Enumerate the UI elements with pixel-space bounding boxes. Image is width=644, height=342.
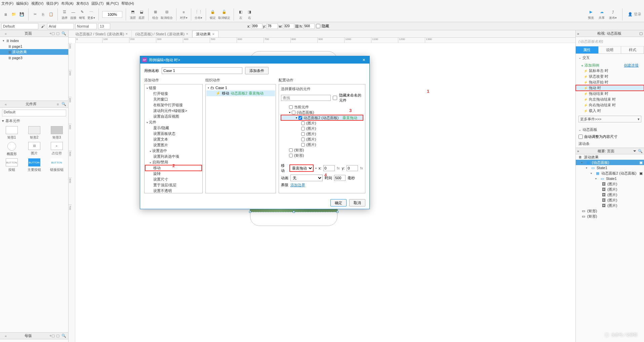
action-set-text[interactable]: 设置文本 (145, 137, 202, 142)
dialog-title: 用例编辑<拖动 时> (149, 58, 180, 63)
action-open-link[interactable]: 打开链接 (145, 91, 202, 97)
action-bring-front[interactable]: 置于顶层/底层 (145, 182, 202, 188)
chevron-down-icon: ▾ (315, 167, 317, 170)
action-show-hide[interactable]: 显示/隐藏 (145, 125, 202, 131)
bolt-icon: ⚡ (216, 91, 220, 96)
org-move-action[interactable]: ⚡ 移动 动态面板2 垂直拖动 (206, 90, 275, 96)
hide-unnamed-label: 隐藏未命名的元件 (339, 93, 363, 103)
action-set-size[interactable]: 设置尺寸 (145, 177, 202, 182)
bounds-label: 界限 (281, 183, 288, 188)
annotation-2: 2 (172, 163, 175, 168)
action-set-image[interactable]: 设置图片 (145, 142, 202, 148)
add-action-header: 添加动作 (144, 78, 203, 83)
anim-select[interactable]: 无 (290, 175, 323, 181)
action-close-window[interactable]: 关闭窗口 (145, 97, 202, 102)
action-cat-widget[interactable]: 元件 (145, 119, 202, 125)
action-cat-link[interactable]: 链接 (145, 85, 202, 91)
case-name-input[interactable] (162, 67, 242, 74)
dialog-titlebar[interactable]: RP 用例编辑<拖动 时> ✕ (140, 56, 369, 64)
annotation-3: 3 (349, 108, 352, 113)
cfg-img1[interactable]: (图片) (281, 120, 363, 126)
cfg-title: 选择要移动的元件 (281, 86, 363, 91)
app-icon: RP (142, 58, 147, 62)
move-y-input[interactable] (347, 165, 358, 171)
action-open-in-frame[interactable]: 在框架中打开链接 (145, 102, 202, 108)
logo-icon: ◯ (605, 333, 609, 337)
watermark: ◯头条号／记录馆 (605, 332, 637, 337)
configure-box: 选择要移动的元件 隐藏未命名的元件 当前元件 ▾(动态面板) ▾动态面板2 (动… (279, 84, 365, 193)
move-x-input[interactable] (323, 165, 335, 171)
org-case[interactable]: 🗀Case 1 (206, 85, 275, 90)
cfg-rect2[interactable]: (矩形) (281, 153, 363, 158)
cfg-img4[interactable]: (图片) (281, 137, 363, 142)
case-name-label: 用例名称 (144, 68, 159, 73)
action-scroll-to[interactable]: 滚动到元件<锚链接> (145, 108, 202, 114)
move-label: 移动 (281, 163, 288, 173)
action-opacity[interactable]: 设置不透明 (145, 188, 202, 193)
cfg-rect1[interactable]: (矩形) (281, 147, 363, 153)
action-set-list[interactable]: 设置列表选中项 (145, 154, 202, 159)
configure-header: 配置动作 (279, 78, 365, 83)
case-icon: 🗀 (210, 86, 214, 90)
time-input[interactable] (334, 175, 346, 181)
action-tree: 链接 打开链接 关闭窗口 在框架中打开链接 滚动到元件<锚链接> 设置自适应视图… (144, 84, 203, 193)
cfg-img3[interactable]: (图片) (281, 131, 363, 137)
cfg-dp2[interactable]: ▾动态面板2 (动态面板) 垂直拖动 (281, 115, 363, 120)
ms-label: 毫秒 (348, 176, 355, 181)
case-editor-dialog: RP 用例编辑<拖动 时> ✕ 用例名称 添加条件 添加动作 链接 打开链接 关… (140, 56, 370, 209)
anim-label: 动画 (281, 176, 288, 181)
organize-tree: 🗀Case 1 ⚡ 移动 动态面板2 垂直拖动 (205, 84, 276, 193)
action-set-selected[interactable]: 设置选中 (145, 148, 202, 154)
action-rotate[interactable]: 旋转 (145, 171, 202, 177)
organize-header: 组织动作 (205, 78, 276, 83)
cfg-search-input[interactable] (281, 95, 331, 101)
fx-button[interactable]: fx (337, 166, 340, 170)
add-bounds-link[interactable]: 添加边界 (290, 183, 305, 188)
cancel-button[interactable]: 取消 (349, 199, 365, 206)
cfg-img2[interactable]: (图片) (281, 126, 363, 131)
annotation-1: 1 (427, 89, 429, 94)
annotation-4: 4 (324, 173, 327, 178)
action-panel-state[interactable]: 设置面板状态 (145, 131, 202, 137)
action-adaptive-view[interactable]: 设置自适应视图 (145, 114, 202, 119)
cfg-img5[interactable]: (图片) (281, 142, 363, 147)
close-icon[interactable]: ✕ (360, 58, 367, 62)
ok-button[interactable]: 确定 (330, 199, 347, 206)
dialog-overlay: RP 用例编辑<拖动 时> ✕ 用例名称 添加条件 添加动作 链接 打开链接 关… (0, 0, 644, 342)
hide-unnamed-checkbox[interactable] (333, 95, 337, 101)
fx-button[interactable]: fx (360, 166, 363, 170)
add-condition-button[interactable]: 添加条件 (245, 67, 269, 74)
move-mode-select[interactable]: 垂直拖动 (290, 165, 313, 172)
